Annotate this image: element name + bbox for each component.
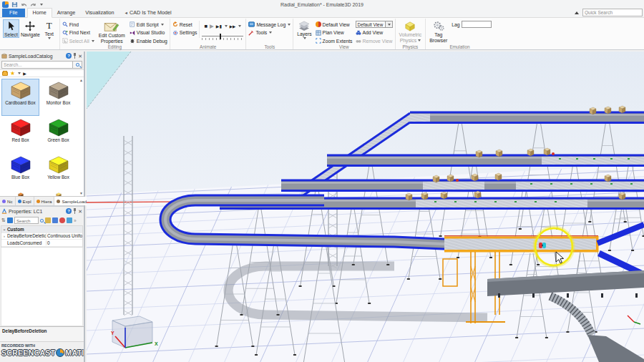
catalog-item[interactable]: Monitor Box	[39, 79, 77, 116]
navigate-button[interactable]: Navigate	[19, 19, 42, 37]
animation-speed-slider[interactable]	[202, 34, 243, 40]
settings-button[interactable]: Settings	[172, 29, 197, 36]
property-category-row[interactable]: ⌄Custom	[1, 226, 82, 233]
sort-icon[interactable]: ⇅	[1, 217, 6, 223]
edit-custom-properties-button[interactable]: Edit Custom Properties	[97, 19, 127, 44]
quick-search-input[interactable]	[582, 9, 643, 16]
text-dropdown-icon	[48, 37, 51, 39]
qat-dropdown-icon[interactable]	[40, 4, 43, 6]
export-icon[interactable]	[45, 217, 51, 223]
property-row[interactable]: LoadsConsumed 0	[1, 240, 82, 247]
step-button[interactable]: ▶▮	[216, 24, 222, 29]
add-view-button[interactable]: Add View	[356, 29, 393, 36]
catalog-pin-icon[interactable]	[73, 53, 77, 59]
tools-button[interactable]: Tools	[248, 29, 291, 36]
toolbar-overflow-icon[interactable]: »	[74, 218, 77, 223]
plan-view-button[interactable]: Plan View	[316, 29, 353, 36]
group-label-physics: Physics	[396, 44, 426, 49]
catalog-close-icon[interactable]: ✕	[78, 54, 82, 59]
favorites-star-icon[interactable]: ★	[10, 71, 15, 77]
record-icon[interactable]	[59, 217, 65, 223]
panel-tab-expl[interactable]: Expl	[16, 197, 34, 205]
step-dropdown-icon[interactable]	[225, 25, 228, 27]
catalog-scroll-up-icon[interactable]: ▲	[79, 78, 83, 82]
panel-tab-sampleload[interactable]: SampleLoad	[54, 197, 89, 205]
fast-forward-button[interactable]: ▶▶	[230, 24, 235, 29]
select-all-button[interactable]: Select All	[62, 37, 94, 44]
watermark-logo-icon	[56, 348, 64, 357]
save-icon[interactable]	[11, 1, 18, 8]
tag-browser-button[interactable]: Tag Browser	[428, 19, 449, 43]
properties-close-icon[interactable]: ✕	[78, 209, 82, 214]
edit-script-dropdown-icon	[161, 24, 164, 26]
edit-script-button[interactable]: Edit Script	[130, 21, 167, 28]
redo-icon[interactable]	[30, 1, 36, 8]
ribbon-collapse-icon[interactable]	[575, 11, 579, 14]
reset-button[interactable]: Reset	[172, 21, 197, 28]
zoom-extents-button[interactable]: Zoom Extents	[316, 37, 353, 44]
watermark-line1: RECORDED WITH	[1, 343, 84, 348]
connect-icon[interactable]	[67, 217, 72, 223]
lag-input[interactable]	[462, 21, 492, 28]
remove-view-button[interactable]: Remove View	[356, 37, 393, 44]
undo-icon[interactable]	[21, 1, 27, 8]
slider-handle[interactable]	[220, 34, 221, 39]
edit-icon[interactable]	[52, 217, 58, 223]
default-view-button[interactable]: Default View	[316, 21, 353, 28]
catalog-item[interactable]: Green Box	[39, 116, 77, 153]
play-button[interactable]: ▶	[210, 23, 214, 29]
left-panel-column: SampleLoadCatalog ? ✕ ★ ▶ Cardboard Box	[0, 52, 85, 362]
enable-debug-button[interactable]: Enable Debug	[130, 37, 167, 44]
catalog-item[interactable]: Red Box	[1, 116, 39, 153]
select-button[interactable]: Select	[3, 19, 19, 38]
tab-arrange[interactable]: Arrange	[52, 9, 81, 17]
app-icon[interactable]	[2, 1, 9, 8]
catalog-item[interactable]: Cardboard Box	[1, 79, 39, 116]
properties-help-icon[interactable]: ?	[66, 208, 72, 214]
volumetric-physics-button[interactable]: Volumetric Physics	[398, 19, 424, 43]
tab-visualization[interactable]: Visualization	[80, 9, 119, 17]
view-selector[interactable]: Default View	[356, 21, 393, 28]
catalog-play-icon[interactable]: ▶	[23, 71, 26, 76]
categorize-icon[interactable]	[7, 217, 13, 223]
catalog-item-partial[interactable]	[39, 190, 77, 196]
message-log-dropdown-icon	[288, 24, 291, 26]
catalog-search-button[interactable]	[73, 61, 82, 69]
tab-cad-is-the-model[interactable]: ◄ CAD Is The Model	[119, 9, 177, 17]
visual-studio-button[interactable]: Visual Studio	[130, 29, 167, 36]
panel-tab-nc[interactable]: Nc	[0, 197, 16, 205]
find-next-button[interactable]: Find Next	[62, 29, 94, 36]
load-box	[447, 175, 454, 182]
message-log-button[interactable]: Message Log	[248, 21, 291, 28]
catalog-item[interactable]: Blue Box	[1, 153, 39, 190]
watermark-brand-right: MATIC	[65, 348, 84, 357]
stop-button[interactable]: ■	[205, 23, 208, 29]
fast-forward-dropdown-icon[interactable]	[238, 25, 241, 27]
properties-pin-icon[interactable]	[73, 208, 77, 214]
viewport-3d[interactable]: YX	[87, 52, 644, 362]
properties-search-icon[interactable]	[40, 219, 44, 222]
catalog-scroll-down-icon[interactable]: ▼	[79, 191, 83, 195]
catalog-folder-icon[interactable]	[2, 72, 8, 76]
properties-search-input[interactable]	[14, 217, 39, 224]
catalog-item-partial[interactable]	[1, 190, 39, 196]
text-button[interactable]: T Text	[42, 19, 57, 39]
panel-tab-icon	[2, 200, 6, 203]
remove-view-icon	[356, 38, 361, 44]
tab-file[interactable]: File	[2, 9, 25, 17]
find-button[interactable]: Find	[62, 21, 94, 28]
panel-tab-hiera[interactable]: Hiera	[34, 197, 55, 205]
lag-label: Lag	[452, 22, 459, 27]
tab-home[interactable]: Home	[27, 8, 52, 18]
favorites-dropdown-icon[interactable]	[18, 72, 21, 74]
app-window: Radial_Emulation* - Emulate3D 2019 File …	[0, 0, 644, 362]
layers-button[interactable]: Layers	[296, 19, 313, 39]
catalog-search-input[interactable]	[1, 61, 73, 69]
catalog-item[interactable]: Yellow Box	[39, 153, 77, 190]
group-editing: Find Find Next Select All Edi	[60, 19, 170, 49]
catalog-help-icon[interactable]: ?	[66, 53, 72, 59]
ribbon-tab-row: File Home Arrange Visualization ◄ CAD Is…	[0, 9, 644, 18]
layers-dropdown-icon	[303, 37, 306, 39]
property-row[interactable]: › DelayBeforeDeletion Continuous Uniform…	[1, 233, 82, 240]
view-selector-dropdown[interactable]	[386, 21, 393, 28]
